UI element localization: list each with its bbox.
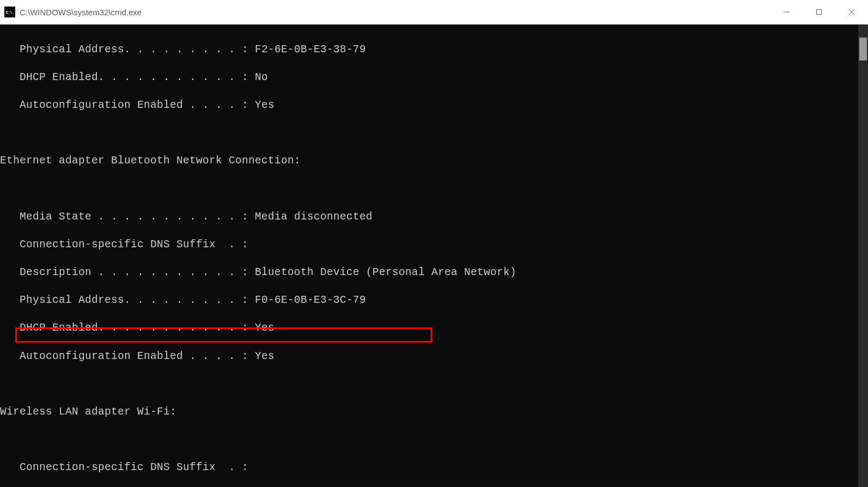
output-line: Autoconfiguration Enabled . . . . : Yes [0,99,858,113]
window-controls [770,0,868,24]
scrollbar-track[interactable] [858,25,868,487]
close-button[interactable] [835,0,868,24]
output-line: Media State . . . . . . . . . . . : Medi… [0,210,858,224]
blank-line [0,182,858,197]
terminal-output[interactable]: Physical Address. . . . . . . . . : F2-6… [0,25,858,487]
window-title: C:\WINDOWS\system32\cmd.exe [20,8,770,17]
output-line: Description . . . . . . . . . . . : Blue… [0,266,858,280]
output-line: Connection-specific DNS Suffix . : [0,238,858,252]
adapter-header-wifi: Wireless LAN adapter Wi-Fi: [0,405,858,419]
output-line: Connection-specific DNS Suffix . : [0,461,858,475]
output-line: DHCP Enabled. . . . . . . . . . . : No [0,71,858,85]
blank-line [0,378,858,392]
minimize-button[interactable] [770,0,803,24]
output-line: Physical Address. . . . . . . . . : F0-6… [0,294,858,308]
output-line: Autoconfiguration Enabled . . . . : Yes [0,350,858,364]
window-titlebar: C:\. C:\WINDOWS\system32\cmd.exe [0,0,868,25]
cmd-icon: C:\. [4,7,15,17]
output-line: Physical Address. . . . . . . . . : F2-6… [0,43,858,57]
scrollbar-thumb[interactable] [859,38,867,60]
blank-line [0,126,858,141]
blank-line [0,433,858,447]
svg-rect-1 [817,10,822,15]
output-line: DHCP Enabled. . . . . . . . . . . : Yes [0,321,858,336]
adapter-header-bluetooth: Ethernet adapter Bluetooth Network Conne… [0,154,858,168]
maximize-button[interactable] [803,0,835,24]
